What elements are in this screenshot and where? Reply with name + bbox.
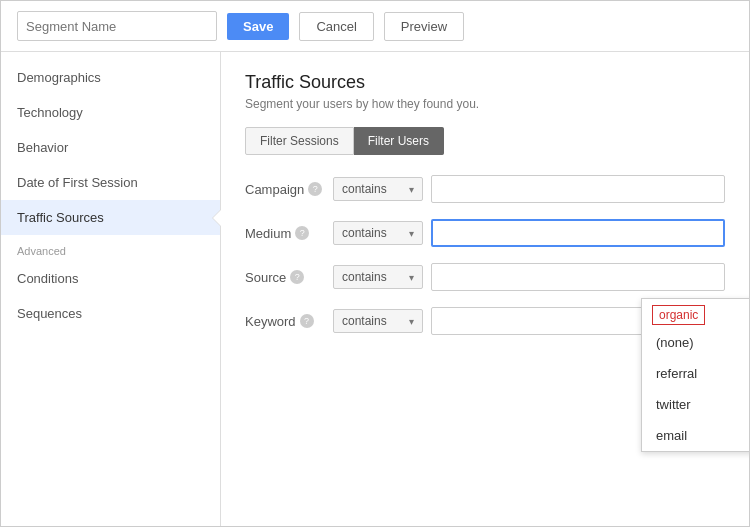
keyword-help-icon[interactable]: ? <box>300 314 314 328</box>
source-help-icon[interactable]: ? <box>290 270 304 284</box>
medium-value-input[interactable] <box>431 219 725 247</box>
source-operator-dropdown[interactable]: contains ▾ <box>333 265 423 289</box>
sidebar-item-behavior[interactable]: Behavior <box>1 130 220 165</box>
sidebar-item-sequences[interactable]: Sequences <box>1 296 220 331</box>
cancel-button[interactable]: Cancel <box>299 12 373 41</box>
campaign-help-icon[interactable]: ? <box>308 182 322 196</box>
filter-users-button[interactable]: Filter Users <box>354 127 444 155</box>
keyword-operator-dropdown[interactable]: contains ▾ <box>333 309 423 333</box>
source-label: Source ? <box>245 270 325 285</box>
campaign-label: Campaign ? <box>245 182 325 197</box>
segment-name-input[interactable] <box>17 11 217 41</box>
medium-help-icon[interactable]: ? <box>295 226 309 240</box>
right-panel: Traffic Sources Segment your users by ho… <box>221 52 749 526</box>
main-content: Demographics Technology Behavior Date of… <box>1 52 749 526</box>
main-window: Save Cancel Preview Demographics Technol… <box>0 0 750 527</box>
source-row: Source ? contains ▾ <box>245 263 725 291</box>
medium-operator-dropdown[interactable]: contains ▾ <box>333 221 423 245</box>
header-bar: Save Cancel Preview <box>1 1 749 52</box>
filter-buttons: Filter Sessions Filter Users <box>245 127 725 155</box>
sidebar-item-technology[interactable]: Technology <box>1 95 220 130</box>
sidebar-item-traffic-sources[interactable]: Traffic Sources <box>1 200 220 235</box>
source-value-input[interactable] <box>431 263 725 291</box>
suggestion-item-none[interactable]: (none) <box>642 327 749 358</box>
suggestion-item-referral[interactable]: referral <box>642 358 749 389</box>
keyword-dropdown-arrow-icon: ▾ <box>409 316 414 327</box>
filter-sessions-button[interactable]: Filter Sessions <box>245 127 354 155</box>
sidebar: Demographics Technology Behavior Date of… <box>1 52 221 526</box>
campaign-operator-dropdown[interactable]: contains ▾ <box>333 177 423 201</box>
suggestion-dropdown: organic (none) referral twitter email <box>641 298 749 452</box>
keyword-label: Keyword ? <box>245 314 325 329</box>
preview-button[interactable]: Preview <box>384 12 464 41</box>
campaign-dropdown-arrow-icon: ▾ <box>409 184 414 195</box>
medium-dropdown-arrow-icon: ▾ <box>409 228 414 239</box>
sidebar-item-demographics[interactable]: Demographics <box>1 60 220 95</box>
suggestion-item-email[interactable]: email <box>642 420 749 451</box>
sidebar-advanced-label: Advanced <box>1 235 220 261</box>
suggestion-item-organic[interactable]: organic <box>652 305 705 325</box>
campaign-row: Campaign ? contains ▾ <box>245 175 725 203</box>
source-dropdown-arrow-icon: ▾ <box>409 272 414 283</box>
medium-row: Medium ? contains ▾ <box>245 219 725 247</box>
sidebar-item-conditions[interactable]: Conditions <box>1 261 220 296</box>
campaign-value-input[interactable] <box>431 175 725 203</box>
sidebar-item-date-of-first-session[interactable]: Date of First Session <box>1 165 220 200</box>
suggestion-item-twitter[interactable]: twitter <box>642 389 749 420</box>
panel-subtitle: Segment your users by how they found you… <box>245 97 725 111</box>
save-button[interactable]: Save <box>227 13 289 40</box>
panel-title: Traffic Sources <box>245 72 725 93</box>
medium-label: Medium ? <box>245 226 325 241</box>
